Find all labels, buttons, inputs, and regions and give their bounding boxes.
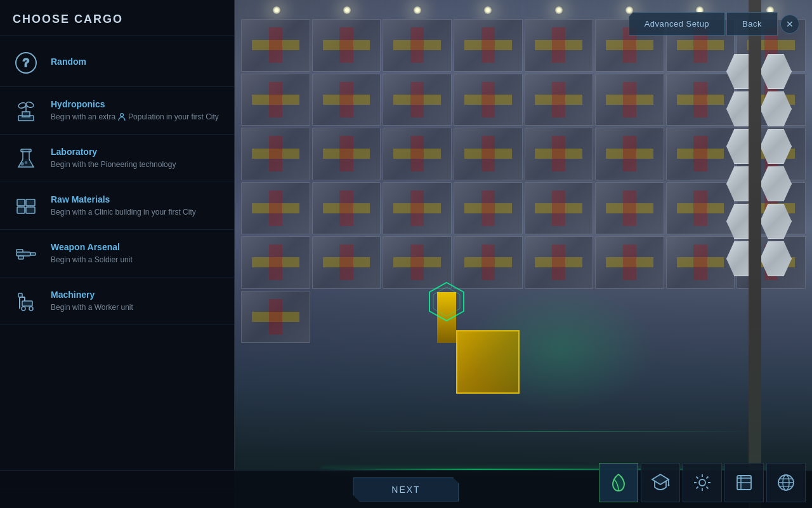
- svg-point-34: [668, 485, 670, 486]
- svg-point-13: [21, 163, 23, 165]
- bottom-icon-technology[interactable]: [641, 463, 680, 502]
- bottom-icon-culture[interactable]: [724, 463, 764, 502]
- cargo-info-hydroponics: Hydroponics Begin with an extra Populati…: [51, 99, 224, 123]
- svg-rect-15: [17, 199, 25, 206]
- svg-rect-21: [18, 256, 23, 259]
- svg-point-29: [22, 307, 25, 311]
- cargo-name-hydroponics: Hydroponics: [51, 99, 224, 109]
- svg-point-30: [29, 307, 33, 311]
- bottom-icons-bar: [593, 457, 812, 508]
- cargo-info-machinery: Machinery Begin with a Worker unit: [51, 290, 224, 313]
- svg-point-14: [25, 162, 27, 164]
- cargo-name-laboratory: Laboratory: [51, 147, 224, 157]
- bottom-icon-diplomacy[interactable]: [766, 463, 806, 502]
- forklift-glow: [466, 286, 656, 413]
- cargo-icon-random: ?: [10, 47, 42, 79]
- back-button[interactable]: Back: [726, 12, 778, 36]
- cargo-list: ? Random Hydroponics Begi: [0, 36, 234, 489]
- cargo-info-weapon-arsenal: Weapon Arsenal Begin with a Soldier unit: [51, 242, 224, 265]
- svg-rect-20: [30, 253, 36, 255]
- svg-rect-19: [16, 252, 30, 256]
- cargo-item-laboratory[interactable]: Laboratory Begin with the Pioneering tec…: [0, 135, 234, 182]
- cargo-name-random: Random: [51, 57, 224, 67]
- bottom-icon-industry[interactable]: [683, 463, 722, 502]
- cargo-item-machinery[interactable]: Machinery Begin with a Worker unit: [0, 277, 234, 325]
- cargo-icon-raw-materials: [10, 190, 42, 222]
- svg-rect-28: [22, 301, 32, 306]
- hex-container-right: [723, 51, 812, 349]
- svg-rect-17: [26, 199, 35, 206]
- cargo-item-raw-materials[interactable]: Raw Materials Begin with a Clinic buildi…: [0, 182, 234, 230]
- cargo-name-weapon-arsenal: Weapon Arsenal: [51, 242, 224, 252]
- bottom-icon-ecology[interactable]: [599, 463, 638, 502]
- cargo-desc-laboratory: Begin with the Pioneering technology: [51, 159, 224, 170]
- advanced-setup-button[interactable]: Advanced Setup: [629, 12, 725, 36]
- cargo-info-laboratory: Laboratory Begin with the Pioneering tec…: [51, 147, 224, 170]
- svg-marker-1: [433, 287, 460, 316]
- cargo-icon-machinery: [10, 285, 42, 317]
- cargo-desc-machinery: Begin with a Worker unit: [51, 302, 224, 313]
- svg-point-7: [18, 102, 27, 109]
- svg-rect-12: [21, 149, 31, 152]
- cargo-desc-hydroponics: Begin with an extra Population in your f…: [51, 112, 224, 123]
- svg-rect-16: [17, 207, 25, 213]
- left-panel: CHOOSE CARGO ? Random: [0, 0, 235, 508]
- svg-text:?: ?: [23, 57, 30, 69]
- cargo-icon-laboratory: [10, 142, 42, 174]
- cargo-name-machinery: Machinery: [51, 290, 224, 300]
- cargo-icon-weapon-arsenal: [10, 237, 42, 269]
- next-button[interactable]: NEXT: [353, 478, 459, 502]
- cargo-item-weapon-arsenal[interactable]: Weapon Arsenal Begin with a Soldier unit: [0, 230, 234, 277]
- cargo-name-raw-materials: Raw Materials: [51, 194, 224, 204]
- svg-point-35: [699, 479, 705, 486]
- top-bar: Advanced Setup Back ✕: [0, 0, 812, 48]
- cargo-icon-hydroponics: [10, 95, 42, 126]
- svg-rect-5: [22, 112, 30, 117]
- cargo-desc-weapon-arsenal: Begin with a Soldier unit: [51, 255, 224, 265]
- cargo-info-raw-materials: Raw Materials Begin with a Clinic buildi…: [51, 194, 224, 218]
- population-icon: [117, 112, 126, 121]
- cargo-desc-raw-materials: Begin with a Clinic building in your fir…: [51, 207, 224, 218]
- svg-point-8: [25, 101, 34, 109]
- cargo-info-random: Random: [51, 57, 224, 69]
- background-image: [235, 0, 812, 508]
- svg-marker-0: [429, 283, 464, 321]
- floor-line-2: [350, 431, 754, 432]
- cargo-item-hydroponics[interactable]: Hydroponics Begin with an extra Populati…: [0, 87, 234, 135]
- svg-rect-18: [26, 207, 35, 213]
- close-button[interactable]: ✕: [780, 15, 799, 34]
- svg-point-9: [121, 113, 124, 116]
- svg-rect-31: [18, 293, 22, 297]
